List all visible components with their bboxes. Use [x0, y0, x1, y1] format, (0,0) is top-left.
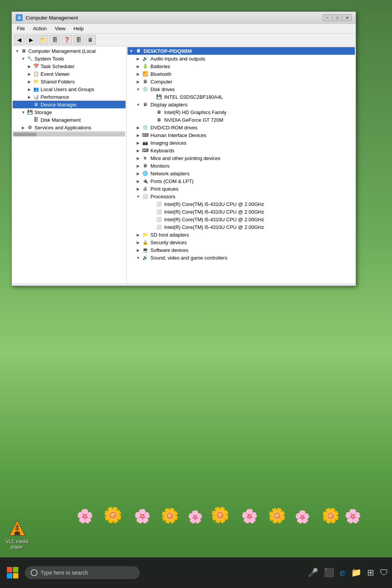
- right-tree-item-intel-hd[interactable]: 🖥 Intel(R) HD Graphics Family: [127, 108, 355, 116]
- security-icon: 🔒: [141, 239, 149, 245]
- tree-label: Disk Management: [41, 117, 81, 123]
- processors-icon: ⬜: [141, 193, 149, 199]
- show-hide-button[interactable]: 🗄: [49, 35, 60, 45]
- tree-label: Intel(R) Core(TM) i5-4310U CPU @ 2.00GHz: [164, 209, 264, 215]
- tree-label: Human Interface Devices: [150, 132, 206, 138]
- right-tree-item-mice[interactable]: ▶ 🖱 Mice and other pointing devices: [127, 154, 355, 162]
- scrollbar-track: [13, 132, 125, 136]
- arrow-icon: ▶: [26, 80, 33, 84]
- right-tree-item-disk-drives[interactable]: ▼ 💿 Disk drives: [127, 85, 355, 93]
- right-tree-item-ports[interactable]: ▶ 🔌 Ports (COM & LPT): [127, 177, 355, 185]
- menu-file[interactable]: File: [14, 25, 28, 32]
- close-button[interactable]: ✕: [343, 14, 352, 21]
- tree-label: Monitors: [150, 163, 170, 169]
- right-tree-item-computer[interactable]: ▶ 🖥 Computer: [127, 78, 355, 85]
- right-tree-item-batteries[interactable]: ▶ 🔋 Batteries: [127, 62, 355, 70]
- back-button[interactable]: ◀: [14, 35, 24, 45]
- tree-item-shared-folders[interactable]: ▶ 📁 Shared Folders: [13, 78, 126, 85]
- right-tree-item-display-adapters[interactable]: ▼ 🖥 Display adapters: [127, 101, 355, 108]
- tree-label: Display adapters: [150, 102, 188, 108]
- right-tree-item-cpu1[interactable]: ⬜ Intel(R) Core(TM) i5-4310U CPU @ 2.00G…: [127, 200, 355, 208]
- edge-icon[interactable]: e: [340, 567, 345, 579]
- right-tree-item-nvidia[interactable]: 🖥 NVIDIA GeForce GT 720M: [127, 116, 355, 124]
- tree-item-event-viewer[interactable]: ▶ 📋 Event Viewer: [13, 70, 126, 78]
- right-tree-item-monitors[interactable]: ▶ 🖥 Monitors: [127, 162, 355, 170]
- tree-item-task-scheduler[interactable]: ▶ 📅 Task Scheduler: [13, 62, 126, 70]
- task-view-icon[interactable]: ⬛: [324, 568, 334, 578]
- up-button[interactable]: 📁: [38, 35, 48, 45]
- tree-item-performance[interactable]: ▶ 📊 Performance: [13, 93, 126, 101]
- tree-label: Processors: [150, 194, 175, 199]
- tree-item-services-applications[interactable]: ▶ ⚙ Services and Applications: [13, 124, 126, 131]
- taskbar-system-icons: 🎤 ⬛ e 📁 ⊞ 🛡: [308, 567, 388, 579]
- right-tree-item-security[interactable]: ▶ 🔒 Security devices: [127, 238, 355, 246]
- right-tree-item-cpu2[interactable]: ⬜ Intel(R) Core(TM) i5-4310U CPU @ 2.00G…: [127, 208, 355, 216]
- device-manager-icon: 🖥: [33, 101, 39, 108]
- file-explorer-icon[interactable]: 📁: [351, 568, 361, 578]
- tree-label: Local Users and Groups: [41, 87, 94, 92]
- windows-store-icon[interactable]: ⊞: [367, 568, 374, 578]
- right-tree-item-cpu3[interactable]: ⬜ Intel(R) Core(TM) i5-4310U CPU @ 2.00G…: [127, 216, 355, 223]
- disk-management-icon: 🗄: [33, 117, 39, 123]
- tree-item-disk-management[interactable]: 🗄 Disk Management: [13, 116, 126, 124]
- right-tree-item-imaging[interactable]: ▶ 📷 Imaging devices: [127, 139, 355, 147]
- right-tree-item-network[interactable]: ▶ 🌐 Network adapters: [127, 170, 355, 177]
- tree-label: INTEL SSDSC2BF180A4L: [164, 94, 223, 100]
- content-area: ▼ 🖥 Computer Management (Local ▼ 🔧 Syste…: [12, 46, 356, 284]
- imaging-icon: 📷: [141, 140, 149, 146]
- arrow-icon: ▶: [26, 87, 33, 91]
- right-tree-item-hid[interactable]: ▶ ⌨ Human Interface Devices: [127, 131, 355, 139]
- tree-item-computer-management-local[interactable]: ▼ 🖥 Computer Management (Local: [13, 47, 126, 55]
- tree-label: DESKTOP-PIDQ9BM: [144, 48, 192, 54]
- cpu-icon: ⬜: [155, 224, 163, 230]
- maximize-button[interactable]: □: [333, 14, 342, 21]
- right-tree-item-processors[interactable]: ▼ ⬜ Processors: [127, 193, 355, 200]
- taskbar-search-bar[interactable]: Type here to search: [25, 566, 140, 579]
- disk-drives-icon: 💿: [141, 86, 149, 92]
- arrow-icon: ▶: [135, 141, 141, 145]
- tree-item-storage[interactable]: ▼ 💾 Storage: [13, 108, 126, 116]
- menu-view[interactable]: View: [52, 25, 69, 32]
- right-tree-item-dvdrom[interactable]: ▶ 💿 DVD/CD-ROM drives: [127, 124, 355, 131]
- right-tree-item-sound-video[interactable]: ▼ 🔊 Sound, video and game controllers: [127, 254, 355, 261]
- help-button[interactable]: ❓: [61, 35, 72, 45]
- services-icon: ⚙: [26, 124, 33, 131]
- arrow-icon: ▼: [128, 49, 134, 53]
- tree-item-system-tools[interactable]: ▼ 🔧 System Tools: [13, 55, 126, 62]
- tree-item-device-manager[interactable]: 🖥 Device Manager: [13, 101, 126, 108]
- tree-label: Device Manager: [41, 102, 77, 108]
- start-button[interactable]: [4, 564, 21, 581]
- right-panel: ▼ 🖥 DESKTOP-PIDQ9BM ▶ 🔊 Audio inputs and…: [127, 46, 356, 284]
- microphone-icon[interactable]: 🎤: [308, 568, 318, 578]
- window-controls: ─ □ ✕: [323, 14, 352, 21]
- ssd-icon: 💾: [155, 94, 163, 100]
- right-tree-item-intel-ssd[interactable]: 💾 INTEL SSDSC2BF180A4L: [127, 93, 355, 101]
- tree-label: Intel(R) HD Graphics Family: [164, 109, 227, 115]
- export-button[interactable]: 🗄: [73, 35, 84, 45]
- system-tools-icon: 🔧: [26, 56, 33, 62]
- tree-item-local-users[interactable]: ▶ 👥 Local Users and Groups: [13, 85, 126, 93]
- right-tree-item-audio[interactable]: ▶ 🔊 Audio inputs and outputs: [127, 55, 355, 62]
- scrollbar-thumb[interactable]: [13, 132, 36, 136]
- horizontal-scrollbar[interactable]: [13, 131, 126, 137]
- right-tree-item-keyboards[interactable]: ▶ ⌨ Keyboards: [127, 147, 355, 154]
- forward-button[interactable]: ▶: [26, 35, 36, 45]
- tree-label: Audio inputs and outputs: [150, 56, 205, 62]
- taskbar: Type here to search 🎤 ⬛ e 📁 ⊞ 🛡: [0, 557, 392, 588]
- properties-button[interactable]: 🖥: [85, 35, 96, 45]
- right-tree-item-sd-host[interactable]: ▶ 📁 SD host adapters: [127, 231, 355, 238]
- tree-label: NVIDIA GeForce GT 720M: [164, 117, 223, 123]
- arrow-icon: ▼: [135, 103, 141, 107]
- tree-label: Ports (COM & LPT): [150, 178, 194, 184]
- left-panel: ▼ 🖥 Computer Management (Local ▼ 🔧 Syste…: [12, 46, 127, 284]
- right-tree-item-bluetooth[interactable]: ▶ 📶 Bluetooth: [127, 70, 355, 78]
- shield-icon[interactable]: 🛡: [380, 568, 388, 578]
- minimize-button[interactable]: ─: [323, 14, 332, 21]
- right-tree-item-software-devices[interactable]: ▶ 💻 Software devices: [127, 246, 355, 254]
- window-title: Computer Management: [26, 15, 320, 21]
- menu-action[interactable]: Action: [30, 25, 50, 32]
- right-tree-item-cpu4[interactable]: ⬜ Intel(R) Core(TM) i5-4310U CPU @ 2.00G…: [127, 223, 355, 231]
- right-tree-item-desktop[interactable]: ▼ 🖥 DESKTOP-PIDQ9BM: [127, 47, 355, 55]
- right-tree-item-print-queues[interactable]: ▶ 🖨 Print queues: [127, 185, 355, 193]
- menu-help[interactable]: Help: [70, 25, 87, 32]
